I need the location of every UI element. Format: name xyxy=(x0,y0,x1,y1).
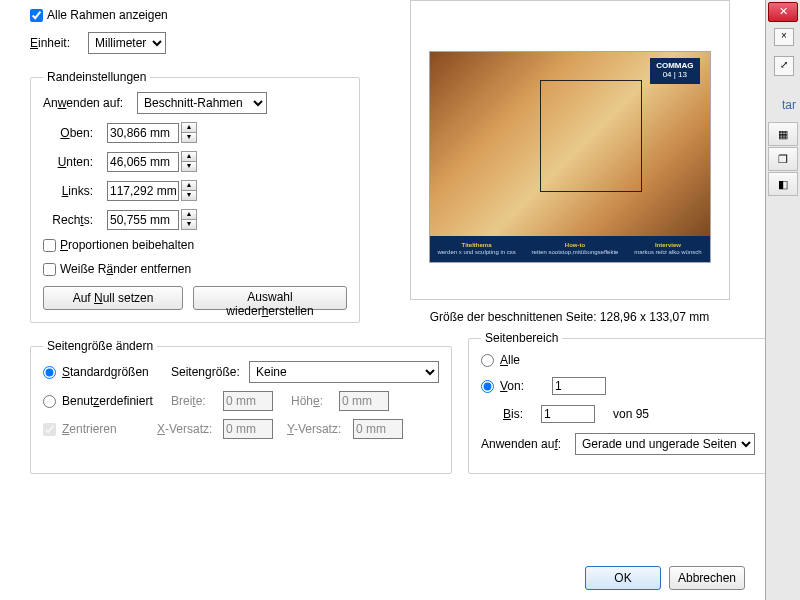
margin-top-input[interactable] xyxy=(107,123,179,143)
range-to-input[interactable] xyxy=(541,405,595,423)
tool-icon-2[interactable]: ❐ xyxy=(768,147,798,171)
show-all-frames-input[interactable] xyxy=(30,9,43,22)
margin-left-input[interactable] xyxy=(107,181,179,201)
range-from-label: Von: xyxy=(500,379,524,393)
margin-bottom-spinner[interactable]: ▲▼ xyxy=(181,151,197,172)
remove-white-checkbox[interactable]: Weiße Ränder entfernen xyxy=(43,262,347,276)
margins-fieldset: Randeinstellungen Anwenden auf: Beschnit… xyxy=(30,70,360,323)
margin-bottom-label: Unten: xyxy=(43,155,93,169)
xoffset-input xyxy=(223,419,273,439)
range-from-input[interactable] xyxy=(552,377,606,395)
center-checkbox: Zentrieren xyxy=(43,422,149,436)
custom-radio[interactable]: Benutzerdefiniert xyxy=(43,394,163,408)
yoffset-input xyxy=(353,419,403,439)
preview-footer: Titelthemawerden x und sculpting in css … xyxy=(430,236,710,262)
unit-select[interactable]: Millimeter xyxy=(88,32,166,54)
xoffset-label: X-Versatz: xyxy=(157,422,215,436)
width-label: Breite: xyxy=(171,394,215,408)
range-apply-label: Anwenden auf: xyxy=(481,437,567,451)
range-to-label: Bis: xyxy=(503,407,533,421)
margin-top-spinner[interactable]: ▲▼ xyxy=(181,122,197,143)
range-of-label: von 95 xyxy=(613,407,649,421)
range-all-label: Alle xyxy=(500,353,520,367)
reset-zero-button[interactable]: Auf Null setzen xyxy=(43,286,183,310)
apply-to-select[interactable]: Beschnitt-Rahmen xyxy=(137,92,267,114)
preview-tag: COMMAG04 | 13 xyxy=(650,58,699,84)
yoffset-label: Y-Versatz: xyxy=(287,422,345,436)
margin-top-label: Oben: xyxy=(43,126,93,140)
side-panel: ✕ × ⤢ tar ▦ ❐ ◧ xyxy=(765,0,800,600)
margin-right-label: Rechts: xyxy=(43,213,93,227)
margin-left-spinner[interactable]: ▲▼ xyxy=(181,180,197,201)
range-apply-select[interactable]: Gerade und ungerade Seiten xyxy=(575,433,755,455)
restore-selection-button[interactable]: Auswahl wiederherstellen xyxy=(193,286,347,310)
secondary-close-icon[interactable]: × xyxy=(774,28,794,46)
apply-to-label: Anwenden auf: xyxy=(43,96,129,110)
keep-proportions-checkbox[interactable]: Proportionen beibehalten xyxy=(43,238,347,252)
margins-legend: Randeinstellungen xyxy=(43,70,150,84)
custom-label: Benutzerdefiniert xyxy=(62,394,153,408)
remove-white-input[interactable] xyxy=(43,263,56,276)
range-all-radio[interactable]: Alle xyxy=(481,353,755,367)
close-icon[interactable]: ✕ xyxy=(768,2,798,22)
pagesize-select[interactable]: Keine xyxy=(249,361,439,383)
crop-size-text: Größe der beschnittenen Seite: 128,96 x … xyxy=(390,310,749,324)
preview-pane: COMMAG04 | 13 Titelthemawerden x und scu… xyxy=(410,0,730,300)
crop-frame xyxy=(540,80,642,192)
range-fieldset: Seitenbereich Alle Von: Bis: von 95 Anwe… xyxy=(468,331,768,474)
keep-proportions-input[interactable] xyxy=(43,239,56,252)
pagesize-label: Seitengröße: xyxy=(171,365,241,379)
std-sizes-label: Standardgrößen xyxy=(62,365,149,379)
margin-left-label: Links: xyxy=(43,184,93,198)
show-all-frames-checkbox[interactable]: Alle Rahmen anzeigen xyxy=(30,8,360,22)
show-all-frames-label: Alle Rahmen anzeigen xyxy=(47,8,168,22)
height-input xyxy=(339,391,389,411)
margin-right-input[interactable] xyxy=(107,210,179,230)
side-text: tar xyxy=(782,98,796,112)
tool-icon-3[interactable]: ◧ xyxy=(768,172,798,196)
std-sizes-radio[interactable]: Standardgrößen xyxy=(43,365,163,379)
width-input xyxy=(223,391,273,411)
margin-bottom-input[interactable] xyxy=(107,152,179,172)
remove-white-label: Weiße Ränder entfernen xyxy=(60,262,191,276)
margin-right-spinner[interactable]: ▲▼ xyxy=(181,209,197,230)
range-from-radio[interactable]: Von: xyxy=(481,379,524,393)
keep-proportions-label: Proportionen beibehalten xyxy=(60,238,194,252)
unit-label: Einheit: xyxy=(30,36,80,50)
pagesize-legend: Seitengröße ändern xyxy=(43,339,157,353)
height-label: Höhe: xyxy=(291,394,331,408)
cancel-button[interactable]: Abbrechen xyxy=(669,566,745,590)
pagesize-fieldset: Seitengröße ändern Standardgrößen Seiten… xyxy=(30,339,452,474)
center-label: Zentrieren xyxy=(62,422,117,436)
preview-page: COMMAG04 | 13 Titelthemawerden x und scu… xyxy=(429,51,711,263)
range-legend: Seitenbereich xyxy=(481,331,562,345)
tool-icon-1[interactable]: ▦ xyxy=(768,122,798,146)
ok-button[interactable]: OK xyxy=(585,566,661,590)
expand-icon[interactable]: ⤢ xyxy=(774,56,794,76)
